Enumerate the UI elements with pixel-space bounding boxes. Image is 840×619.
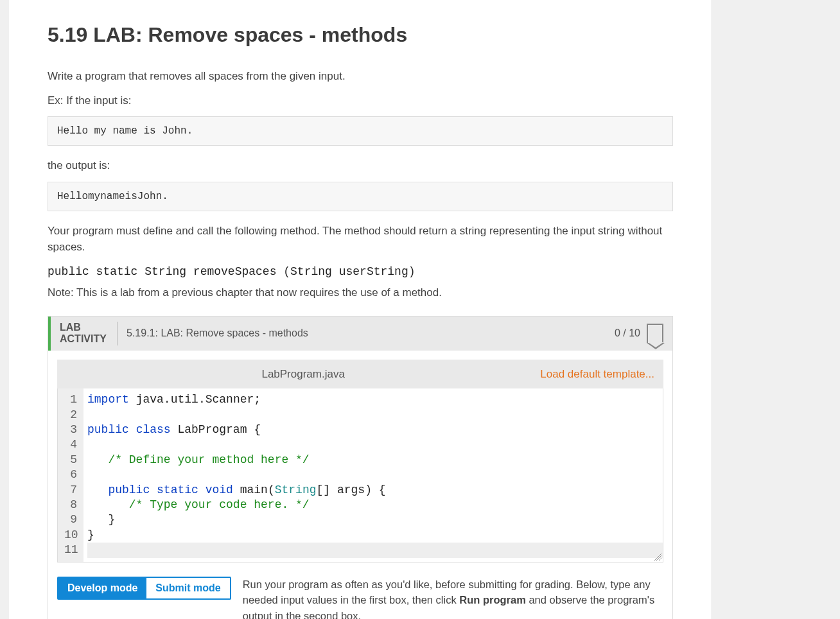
submit-mode-tab[interactable]: Submit mode — [146, 578, 229, 598]
example-input-label: Ex: If the input is: — [48, 92, 673, 109]
code-editor[interactable]: 1234567891011 import java.util.Scanner; … — [57, 388, 663, 562]
lab-score: 0 / 10 — [615, 326, 640, 341]
intro-text: Write a program that removes all spaces … — [48, 68, 673, 85]
develop-mode-tab[interactable]: Develop mode — [58, 578, 146, 598]
requirement-text: Your program must define and call the fo… — [48, 223, 673, 256]
page-title: 5.19 LAB: Remove spaces - methods — [48, 19, 673, 50]
mode-row: Develop mode Submit mode Run your progra… — [57, 577, 663, 619]
example-input-box: Hello my name is John. — [48, 116, 673, 146]
resize-handle-icon[interactable] — [654, 553, 661, 561]
example-output-box: HellomynameisJohn. — [48, 182, 673, 211]
note-text: Note: This is a lab from a previous chap… — [48, 284, 673, 301]
code-area[interactable]: import java.util.Scanner; public class L… — [83, 388, 663, 561]
mode-description: Run your program as often as you'd like,… — [243, 577, 663, 619]
method-signature: public static String removeSpaces (Strin… — [48, 263, 673, 281]
filename-label: LabProgram.java — [66, 366, 540, 383]
lab-activity-title: 5.19.1: LAB: Remove spaces - methods — [127, 326, 615, 341]
line-number-gutter: 1234567891011 — [58, 388, 83, 561]
lab-header: LAB ACTIVITY 5.19.1: LAB: Remove spaces … — [48, 317, 672, 351]
bookmark-icon[interactable] — [647, 324, 663, 343]
content-page: 5.19 LAB: Remove spaces - methods Write … — [9, 0, 712, 619]
lab-activity-panel: LAB ACTIVITY 5.19.1: LAB: Remove spaces … — [48, 316, 673, 619]
mode-tabs: Develop mode Submit mode — [57, 577, 231, 600]
load-default-template-link[interactable]: Load default template... — [540, 366, 654, 383]
example-output-label: the output is: — [48, 157, 673, 174]
file-bar: LabProgram.java Load default template... — [57, 360, 663, 389]
lab-activity-label: LAB ACTIVITY — [60, 322, 118, 345]
